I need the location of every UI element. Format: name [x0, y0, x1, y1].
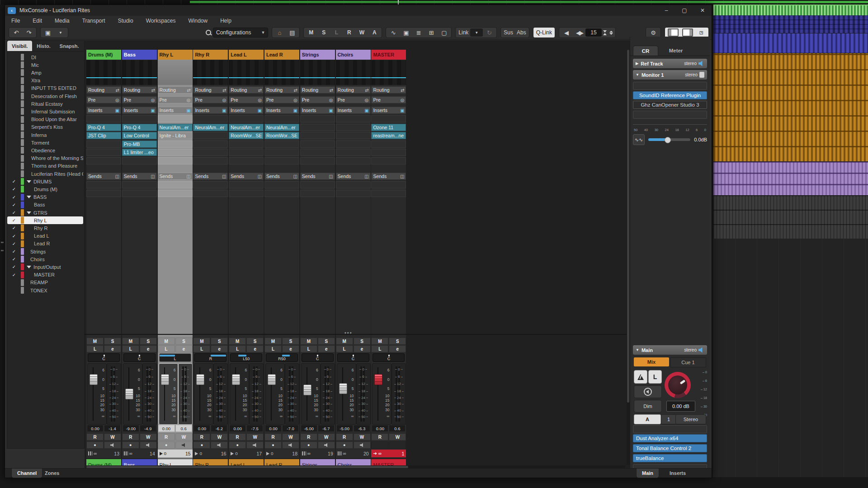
- inserts-rack-header[interactable]: Inserts▣: [158, 107, 193, 114]
- routing-rack-header[interactable]: Routing⇄: [193, 86, 228, 94]
- send-slot[interactable]: [300, 190, 335, 197]
- disclosure-triangle[interactable]: ▶: [636, 61, 638, 66]
- minimize-button[interactable]: –: [657, 5, 675, 16]
- visibility-checkmark[interactable]: ✓: [7, 264, 21, 269]
- insert-plugin-slot[interactable]: JST Clip: [86, 132, 121, 139]
- link-button[interactable]: Link: [457, 28, 470, 37]
- write-automation-button[interactable]: W: [175, 433, 193, 441]
- write-automation-button[interactable]: W: [246, 433, 264, 441]
- track-visibility-row[interactable]: ✓Bass: [7, 201, 83, 209]
- write-automation-button[interactable]: W: [389, 433, 406, 441]
- mute-button[interactable]: M: [264, 338, 282, 345]
- monitor-button[interactable]: [318, 441, 335, 449]
- titlebar[interactable]: ‹ MixConsole - Luciferian Rites – ▢ ✕: [5, 5, 712, 16]
- fader-value[interactable]: -6.00: [301, 425, 317, 432]
- fader-value[interactable]: 0.00: [372, 425, 388, 432]
- monitor-button[interactable]: [140, 441, 157, 449]
- read-automation-button[interactable]: R: [229, 433, 246, 441]
- insert-slot[interactable]: [264, 157, 299, 164]
- insert-slot[interactable]: [264, 115, 299, 122]
- fader-section-handle[interactable]: ◆◆◆: [344, 331, 353, 334]
- pre-rack-header[interactable]: Pre◎: [300, 96, 335, 103]
- cr-tab-cr[interactable]: CR: [633, 46, 658, 56]
- record-enable-button[interactable]: ●: [122, 441, 139, 449]
- peak-value[interactable]: -1.4: [104, 425, 121, 432]
- pre-rack-header[interactable]: Pre◎: [86, 96, 121, 103]
- fader-value[interactable]: -5.00: [336, 425, 353, 432]
- visibility-checkmark[interactable]: ✓: [7, 272, 21, 277]
- track-visibility-row[interactable]: Xtra: [7, 77, 83, 84]
- visibility-checkmark[interactable]: ✓: [7, 241, 21, 246]
- right-zone-toggle[interactable]: [680, 28, 695, 37]
- write-automation-button[interactable]: W: [211, 433, 228, 441]
- sidebar-tab-histo[interactable]: Histo.: [32, 41, 55, 51]
- peak-value[interactable]: -6.2: [211, 425, 227, 432]
- scrollbar-thumb[interactable]: [627, 50, 629, 403]
- sidebar-tab-visibil[interactable]: Visibil.: [7, 41, 32, 51]
- insert-slot[interactable]: [229, 157, 264, 164]
- undo-button[interactable]: ↶: [10, 28, 23, 37]
- pan-control[interactable]: C: [123, 353, 156, 362]
- pre-rack-header[interactable]: Pre◎: [371, 96, 406, 103]
- send-slot[interactable]: [158, 190, 193, 197]
- main-section-header[interactable]: ▼Mainstereo: [633, 345, 707, 355]
- channel-strip-drums-m-[interactable]: Drums (M)Routing⇄Pre◎Inserts▣Pro-Q 4JST …: [86, 50, 121, 469]
- monitor-insert-slot[interactable]: [633, 111, 707, 119]
- channel-header[interactable]: Rhy L: [158, 50, 193, 60]
- ref-track-section-header[interactable]: ▶Ref Trackstereo: [633, 59, 707, 68]
- sync-icon[interactable]: ↻: [483, 28, 495, 37]
- pan-control[interactable]: L: [159, 353, 191, 362]
- inserts-rack-header[interactable]: Inserts▣: [229, 107, 264, 114]
- record-enable-button[interactable]: ●: [193, 441, 210, 449]
- visibility-checkmark[interactable]: ✓: [7, 202, 21, 207]
- insert-slot[interactable]: [336, 124, 371, 131]
- track-visibility-row[interactable]: Serpent's Kiss: [7, 123, 83, 131]
- track-visibility-row[interactable]: ✓Choirs: [7, 255, 83, 263]
- insert-slot[interactable]: [300, 149, 335, 156]
- insert-slot[interactable]: [86, 149, 121, 156]
- track-visibility-row[interactable]: ✓MASTER: [7, 271, 83, 279]
- track-visibility-row[interactable]: ✓BASS: [7, 193, 83, 201]
- fader-cap[interactable]: [268, 374, 276, 385]
- insert-slot[interactable]: [158, 115, 193, 122]
- fader-cap[interactable]: [232, 374, 240, 385]
- inserts-rack-header[interactable]: Inserts▣: [122, 107, 157, 114]
- pan-control[interactable]: C: [373, 353, 405, 362]
- waveform-meter-icon[interactable]: ∿∿: [633, 134, 645, 145]
- insert-slot[interactable]: [371, 157, 406, 164]
- fader-cap[interactable]: [303, 385, 311, 395]
- expand-width-icon[interactable]: ◀▶: [573, 28, 585, 37]
- send-slot[interactable]: [371, 190, 406, 197]
- setup-window-layout-icon[interactable]: ◳: [695, 28, 708, 37]
- edit-channel-button[interactable]: e: [389, 345, 406, 352]
- audio-events-green[interactable]: [713, 5, 868, 16]
- send-slot[interactable]: [86, 190, 121, 197]
- insert-slot[interactable]: [336, 115, 371, 122]
- read-automation-button[interactable]: R: [122, 433, 139, 441]
- fader-zone[interactable]: 60510152030∞: [194, 363, 213, 425]
- configurations-dropdown[interactable]: Configurations ▼: [213, 28, 268, 38]
- bus-button-a[interactable]: A: [634, 414, 661, 424]
- solo-button[interactable]: S: [246, 338, 264, 345]
- main-tab-cue-1[interactable]: Cue 1: [670, 357, 706, 367]
- mute-button[interactable]: M: [86, 338, 104, 345]
- channel-strip-icon[interactable]: ≣: [412, 28, 425, 37]
- routing-rack-header[interactable]: Routing⇄: [371, 86, 406, 94]
- send-slot[interactable]: [300, 181, 335, 188]
- global-w-button[interactable]: W: [355, 28, 368, 37]
- mute-button[interactable]: M: [229, 338, 246, 345]
- sends-rack-header[interactable]: Sends◫: [300, 173, 335, 180]
- edit-channel-button[interactable]: e: [318, 345, 335, 352]
- read-automation-button[interactable]: R: [371, 433, 388, 441]
- read-automation-button[interactable]: R: [264, 433, 282, 441]
- skip-to-start-icon[interactable]: ◀: [560, 28, 573, 37]
- send-slot[interactable]: [264, 190, 299, 197]
- menu-item-studio[interactable]: Studio: [112, 18, 140, 24]
- channel-header[interactable]: Choirs: [336, 50, 371, 60]
- monitor-button[interactable]: [211, 441, 228, 449]
- routing-rack-header[interactable]: Routing⇄: [229, 86, 264, 94]
- monitor-button[interactable]: [175, 441, 193, 449]
- send-slot[interactable]: [122, 190, 157, 197]
- fader-value[interactable]: -9.00: [123, 425, 139, 432]
- insert-slot[interactable]: [300, 141, 335, 148]
